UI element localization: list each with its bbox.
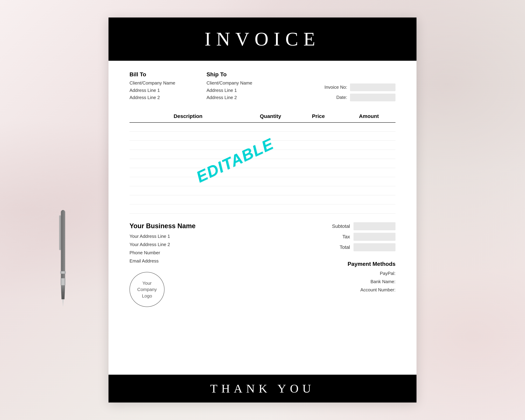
tax-value[interactable] (354, 233, 395, 241)
logo-text: Your Company Logo (137, 280, 157, 299)
row-quantity[interactable] (247, 150, 295, 159)
row-description[interactable] (130, 159, 247, 168)
invoice-body: Bill To Client/Company Name Address Line… (109, 61, 416, 375)
bill-to-label: Bill To (130, 71, 196, 78)
row-quantity[interactable] (247, 186, 295, 195)
row-description[interactable] (130, 186, 247, 195)
row-price[interactable] (294, 186, 342, 195)
logo-circle: Your Company Logo (130, 272, 165, 307)
table-row[interactable] (130, 168, 395, 177)
business-name: Your Business Name (130, 222, 227, 230)
row-price[interactable] (294, 141, 342, 150)
pen-clip (59, 215, 61, 250)
bill-to-address2: Address Line 2 (130, 94, 196, 101)
invoice-footer: Thank You (109, 375, 416, 402)
subtotal-row: Subtotal (308, 222, 395, 230)
table-row[interactable] (130, 186, 395, 195)
row-price[interactable] (294, 122, 342, 131)
table-row[interactable] (130, 205, 395, 214)
row-amount[interactable] (342, 150, 395, 159)
row-quantity[interactable] (247, 131, 295, 141)
date-row: Date: (319, 94, 395, 101)
table-row[interactable] (130, 122, 395, 131)
row-description[interactable] (130, 168, 247, 177)
logo-line2: Company (137, 287, 157, 292)
bill-to-block: Bill To Client/Company Name Address Line… (130, 71, 196, 101)
row-amount[interactable] (342, 168, 395, 177)
date-label: Date: (319, 95, 347, 100)
header-price: Price (294, 110, 342, 122)
row-quantity[interactable] (247, 205, 295, 214)
row-description[interactable] (130, 195, 247, 205)
pen-band (60, 271, 66, 274)
ship-to-address2: Address Line 2 (206, 94, 273, 101)
row-price[interactable] (294, 168, 342, 177)
table-row[interactable] (130, 131, 395, 141)
row-amount[interactable] (342, 186, 395, 195)
invoice-header: Invoice (109, 18, 416, 61)
table-row[interactable] (130, 195, 395, 205)
row-amount[interactable] (342, 195, 395, 205)
ship-to-address1: Address Line 1 (206, 87, 273, 94)
table-container: Description Quantity Price Amount (130, 110, 395, 214)
business-address1: Your Address Line 1 (130, 232, 227, 241)
row-price[interactable] (294, 131, 342, 141)
row-amount[interactable] (342, 205, 395, 214)
table-row[interactable] (130, 150, 395, 159)
account-line: Account Number: (308, 286, 395, 294)
row-quantity[interactable] (247, 168, 295, 177)
ship-to-block: Ship To Client/Company Name Address Line… (206, 71, 273, 101)
table-row[interactable] (130, 141, 395, 150)
bill-to-company: Client/Company Name (130, 79, 196, 87)
logo-line3: Logo (142, 293, 152, 299)
row-amount[interactable] (342, 141, 395, 150)
invoice-no-field[interactable] (350, 84, 395, 91)
row-description[interactable] (130, 131, 247, 141)
row-price[interactable] (294, 195, 342, 205)
row-price[interactable] (294, 205, 342, 214)
total-row: Total (308, 243, 395, 251)
row-price[interactable] (294, 159, 342, 168)
total-value[interactable] (354, 243, 395, 251)
row-description[interactable] (130, 150, 247, 159)
row-quantity[interactable] (247, 122, 295, 131)
pen-tip-section (61, 285, 65, 299)
table-row[interactable] (130, 159, 395, 168)
invoice-title: Invoice (205, 28, 320, 50)
business-address2: Your Address Line 2 (130, 241, 227, 249)
total-label: Total (322, 244, 350, 250)
tax-row: Tax (308, 233, 395, 241)
bill-to-address1: Address Line 1 (130, 87, 196, 94)
row-amount[interactable] (342, 159, 395, 168)
business-phone: Phone Number (130, 249, 227, 257)
business-info: Your Business Name Your Address Line 1 Y… (130, 222, 227, 307)
row-amount[interactable] (342, 131, 395, 141)
paypal-line: PayPal: (308, 269, 395, 278)
row-description[interactable] (130, 177, 247, 186)
row-quantity[interactable] (247, 195, 295, 205)
row-price[interactable] (294, 150, 342, 159)
row-description[interactable] (130, 205, 247, 214)
header-description: Description (130, 110, 247, 122)
table-row[interactable] (130, 177, 395, 186)
ship-to-company: Client/Company Name (206, 79, 273, 87)
subtotal-value[interactable] (354, 222, 395, 230)
payment-title: Payment Methods (308, 261, 395, 267)
date-field[interactable] (350, 94, 395, 101)
invoice-paper: Invoice Bill To Client/Company Name Addr… (109, 18, 416, 402)
row-quantity[interactable] (247, 159, 295, 168)
row-quantity[interactable] (247, 141, 295, 150)
business-email: Email Address (130, 257, 227, 265)
ship-to-label: Ship To (206, 71, 273, 78)
invoice-no-row: Invoice No: (319, 84, 395, 91)
row-amount[interactable] (342, 177, 395, 186)
row-quantity[interactable] (247, 177, 295, 186)
row-description[interactable] (130, 141, 247, 150)
pen-tip (62, 299, 64, 306)
row-price[interactable] (294, 177, 342, 186)
row-amount[interactable] (342, 122, 395, 131)
subtotal-label: Subtotal (322, 224, 350, 229)
row-description[interactable] (130, 122, 247, 131)
payment-methods: Payment Methods PayPal: Bank Name: Accou… (308, 261, 395, 294)
items-table: Description Quantity Price Amount (130, 110, 395, 214)
